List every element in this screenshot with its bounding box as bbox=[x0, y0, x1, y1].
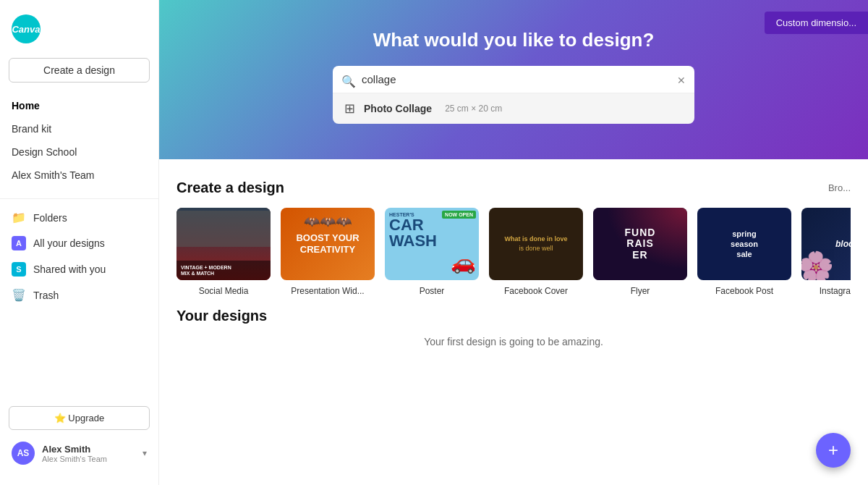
fb-post-label: Facebook Post bbox=[715, 286, 773, 296]
design-card-facebook-post[interactable]: spring season sale Facebook Post bbox=[697, 208, 791, 296]
create-section-title: Create a design bbox=[176, 180, 284, 196]
flyer-label: Flyer bbox=[631, 286, 650, 296]
home-label: Home bbox=[12, 100, 40, 111]
flyer-text-content: FUND RAIS ER bbox=[625, 227, 656, 261]
fab-button[interactable]: + bbox=[816, 433, 851, 468]
content-area: Create a design Bro... VINTAGE + MODERN … bbox=[159, 159, 868, 485]
sidebar-bottom: ⭐ Upgrade AS Alex Smith Alex Smith's Tea… bbox=[0, 400, 158, 476]
fab-icon: + bbox=[828, 440, 838, 460]
user-team: Alex Smith's Team bbox=[42, 455, 135, 463]
search-icon: 🔍 bbox=[341, 75, 356, 88]
clear-search-button[interactable]: ✕ bbox=[677, 75, 686, 86]
fb-post-line2: season bbox=[731, 239, 758, 249]
poster-thumb-bg: NOW OPEN HESTER'S CAR WASH 🚗 bbox=[385, 208, 479, 280]
sidebar-item-trash[interactable]: 🗑️ Trash bbox=[0, 282, 158, 308]
avatar: AS bbox=[12, 442, 35, 465]
logo-area: Canva bbox=[0, 9, 158, 55]
pres-decoration: 🦇🦇🦇 bbox=[304, 214, 352, 229]
design-card-flyer[interactable]: FUND RAIS ER Flyer bbox=[593, 208, 687, 296]
pres-line1: BOOST YOUR bbox=[296, 232, 359, 244]
team-label: Alex Smith's Team bbox=[12, 169, 94, 181]
fb-cover-label: Facebook Cover bbox=[504, 286, 568, 296]
flyer-line3: ER bbox=[625, 250, 656, 261]
sidebar-item-home[interactable]: Home bbox=[0, 94, 158, 117]
design-card-instagram-post[interactable]: 🌸 🌸 bloom Instagram Post bbox=[801, 208, 851, 296]
design-card-presentation[interactable]: 🦇🦇🦇 BOOST YOUR CREATIVITY Presentation W… bbox=[281, 208, 375, 296]
custom-dimensions-button[interactable]: Custom dimensio... bbox=[765, 12, 868, 34]
design-cards-list: VINTAGE + MODERN MIX & MATCH Social Medi… bbox=[176, 208, 851, 302]
brand-kit-label: Brand kit bbox=[12, 123, 51, 135]
your-designs-section: Your designs Your first design is going … bbox=[176, 308, 851, 347]
hero-section: Custom dimensio... What would you like t… bbox=[159, 0, 868, 159]
fb-post-thumb: spring season sale bbox=[697, 208, 791, 280]
avatar-initials: AS bbox=[17, 448, 30, 458]
secondary-nav: 📁 Folders A All your designs S Shared wi… bbox=[0, 205, 158, 313]
shared-label: Shared with you bbox=[33, 263, 106, 275]
poster-thumb: NOW OPEN HESTER'S CAR WASH 🚗 bbox=[385, 208, 479, 280]
create-design-button[interactable]: Create a design bbox=[9, 58, 150, 83]
your-designs-empty-text: Your first design is going to be amazing… bbox=[176, 336, 851, 347]
fb-post-thumb-bg: spring season sale bbox=[697, 208, 791, 280]
canva-logo: Canva bbox=[12, 14, 41, 43]
poster-line2: WASH bbox=[389, 233, 437, 249]
social-media-label: Social Media bbox=[199, 286, 249, 296]
user-info: Alex Smith Alex Smith's Team bbox=[42, 444, 135, 463]
all-designs-badge: A bbox=[12, 236, 26, 250]
social-media-thumb: VINTAGE + MODERN MIX & MATCH bbox=[176, 208, 271, 280]
insta-text: bloom bbox=[835, 239, 851, 249]
poster-line1: CAR bbox=[389, 217, 424, 233]
social-text-line1: VINTAGE + MODERN bbox=[181, 265, 266, 271]
flyer-thumb: FUND RAIS ER bbox=[593, 208, 687, 280]
your-designs-title: Your designs bbox=[176, 308, 267, 324]
search-input[interactable] bbox=[333, 66, 694, 93]
sidebar-item-all-designs[interactable]: A All your designs bbox=[0, 230, 158, 256]
design-school-label: Design School bbox=[12, 146, 77, 158]
sidebar-item-team[interactable]: Alex Smith's Team bbox=[0, 164, 158, 187]
fb-cover-thumb-bg: What is done in love is done well bbox=[489, 208, 583, 280]
fb-post-text: spring season sale bbox=[731, 229, 758, 260]
design-card-social-media[interactable]: VINTAGE + MODERN MIX & MATCH Social Medi… bbox=[176, 208, 271, 296]
fb-cover-text: What is done in love is done well bbox=[504, 235, 567, 253]
search-result-photo-collage[interactable]: ⊞ Photo Collage 25 cm × 20 cm bbox=[333, 93, 694, 124]
insta-thumb: 🌸 🌸 bloom bbox=[801, 208, 851, 280]
collage-result-icon: ⊞ bbox=[344, 101, 355, 117]
user-name: Alex Smith bbox=[42, 444, 135, 455]
presentation-label: Presentation Wid... bbox=[291, 286, 364, 296]
all-designs-label: All your designs bbox=[33, 237, 105, 249]
design-card-poster[interactable]: NOW OPEN HESTER'S CAR WASH 🚗 Poster bbox=[385, 208, 479, 296]
search-dropdown: ⊞ Photo Collage 25 cm × 20 cm bbox=[333, 93, 694, 124]
presentation-thumb: 🦇🦇🦇 BOOST YOUR CREATIVITY bbox=[281, 208, 375, 280]
sidebar-item-brand-kit[interactable]: Brand kit bbox=[0, 117, 158, 140]
sidebar: Canva Create a design Home Brand kit Des… bbox=[0, 0, 159, 485]
primary-nav: Home Brand kit Design School Alex Smith'… bbox=[0, 94, 158, 193]
poster-label: Poster bbox=[420, 286, 445, 296]
shared-badge: S bbox=[12, 262, 26, 277]
flyer-line2: RAIS bbox=[625, 238, 656, 249]
trash-label: Trash bbox=[33, 290, 59, 301]
collage-result-size: 25 cm × 20 cm bbox=[445, 104, 502, 114]
flyer-line1: FUND bbox=[625, 227, 656, 238]
browse-link[interactable]: Bro... bbox=[828, 182, 851, 193]
social-text-line2: MIX & MATCH bbox=[181, 271, 266, 276]
fb-post-line3: sale bbox=[731, 249, 758, 259]
create-section-header: Create a design Bro... bbox=[176, 180, 851, 196]
poster-car-icon: 🚗 bbox=[451, 250, 476, 274]
your-designs-header: Your designs bbox=[176, 308, 851, 324]
nav-divider-1 bbox=[0, 198, 158, 199]
trash-icon: 🗑️ bbox=[12, 288, 26, 302]
chevron-down-icon: ▾ bbox=[142, 448, 147, 458]
fb-cover-thumb: What is done in love is done well bbox=[489, 208, 583, 280]
logo-text: Canva bbox=[12, 24, 40, 35]
search-container: 🔍 ✕ ⊞ Photo Collage 25 cm × 20 cm bbox=[333, 66, 694, 124]
design-card-facebook-cover[interactable]: What is done in love is done well Facebo… bbox=[489, 208, 583, 296]
folders-label: Folders bbox=[33, 212, 67, 224]
flyer-thumb-bg: FUND RAIS ER bbox=[593, 208, 687, 280]
sidebar-item-shared[interactable]: S Shared with you bbox=[0, 256, 158, 282]
hero-title: What would you like to design? bbox=[373, 29, 655, 51]
user-section[interactable]: AS Alex Smith Alex Smith's Team ▾ bbox=[0, 436, 158, 471]
insta-flower-decoration-2: 🌸 bbox=[801, 250, 834, 280]
insta-thumb-bg: 🌸 🌸 bloom bbox=[801, 208, 851, 280]
sidebar-item-folders[interactable]: 📁 Folders bbox=[0, 205, 158, 230]
sidebar-item-design-school[interactable]: Design School bbox=[0, 140, 158, 164]
upgrade-button[interactable]: ⭐ Upgrade bbox=[9, 406, 150, 430]
